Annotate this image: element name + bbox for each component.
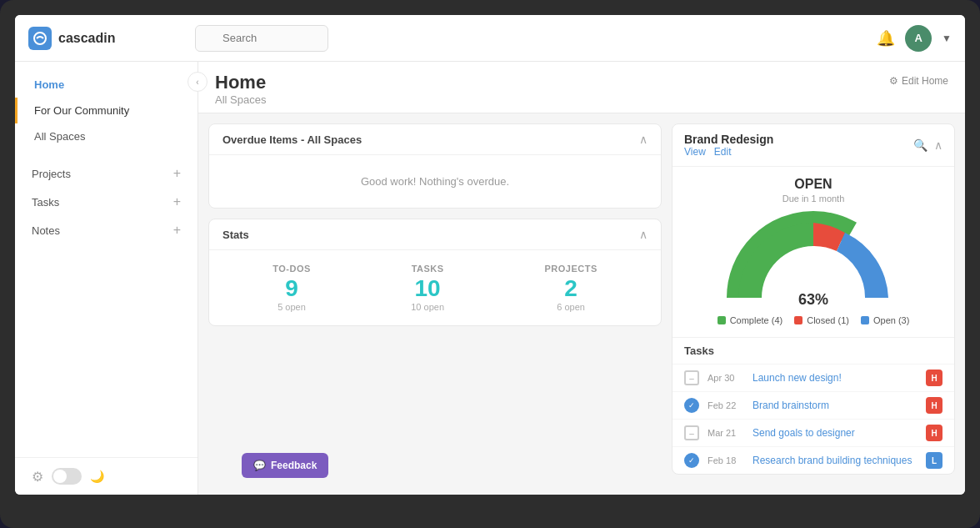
sidebar-section-projects[interactable]: Projects + (15, 159, 198, 188)
task-row: ✓Feb 18Research brand building technique… (672, 446, 954, 474)
gauge-due-label: Due in 1 month (686, 194, 941, 204)
stat-tasks: TASKS 10 10 open (411, 264, 444, 312)
task-name[interactable]: Send goals to designer (752, 427, 918, 439)
edit-home-button[interactable]: ⚙ Edit Home (889, 75, 948, 87)
legend-complete: Complete (4) (718, 315, 783, 325)
notifications-button[interactable]: 🔔 (877, 29, 895, 48)
logo-icon (28, 27, 52, 50)
task-date: Apr 30 (708, 373, 744, 383)
task-row: Mar 21Send goals to designerH (672, 419, 954, 446)
task-status-icon: ✓ (684, 398, 699, 413)
brand-redesign-widget: Brand Redesign View Edit 🔍 ∧ (672, 123, 955, 475)
projects-sub: 6 open (544, 302, 597, 312)
search-input[interactable] (195, 25, 328, 52)
brand-view-link[interactable]: View (684, 146, 706, 158)
stats-collapse-button[interactable]: ∧ (639, 228, 648, 241)
feedback-button[interactable]: 💬 Feedback (242, 453, 328, 478)
stats-widget: Stats ∧ TO-DOS 9 5 open (208, 219, 662, 326)
main-layout: Home For Our Community All Spaces Projec… (15, 62, 965, 495)
overdue-collapse-button[interactable]: ∧ (639, 133, 648, 146)
sidebar-tasks-add-icon[interactable]: + (173, 194, 181, 209)
gauge-legend: Complete (4) Closed (1) Open (3) (686, 310, 941, 330)
sidebar-item-community[interactable]: For Our Community (15, 98, 198, 123)
gauge-status-label: OPEN (686, 177, 941, 192)
settings-icon[interactable]: ⚙ (32, 469, 43, 485)
sidebar-collapse-button[interactable]: ‹ (188, 72, 208, 92)
stat-todos: TO-DOS 9 5 open (272, 264, 311, 312)
legend-closed-label: Closed (1) (807, 315, 849, 325)
brand-widget-header: Brand Redesign View Edit 🔍 ∧ (672, 124, 954, 167)
gear-icon-edit: ⚙ (889, 75, 898, 87)
stats-grid: TO-DOS 9 5 open TASKS 10 10 open (209, 250, 661, 325)
stats-widget-title: Stats (222, 229, 249, 241)
feedback-icon: 💬 (253, 460, 266, 471)
overdue-empty-message: Good work! Nothing's overdue. (209, 155, 661, 208)
left-column: Overdue Items - All Spaces ∧ Good work! … (208, 123, 662, 475)
sidebar-item-home[interactable]: Home (15, 72, 198, 98)
theme-toggle[interactable] (52, 468, 82, 485)
logo-area: cascadin (28, 27, 195, 50)
task-badge: H (926, 425, 942, 441)
search-wrapper: 🔍 (195, 25, 328, 52)
avatar-dropdown-arrow[interactable]: ▼ (942, 33, 952, 44)
task-date: Mar 21 (708, 428, 744, 438)
avatar[interactable]: A (905, 25, 932, 52)
task-badge: L (926, 452, 942, 469)
task-status-icon: ✓ (684, 453, 699, 468)
task-row: ✓Feb 22Brand brainstormH (672, 391, 954, 419)
task-date: Feb 22 (708, 400, 744, 410)
task-name[interactable]: Research brand building techniques (752, 455, 918, 466)
brand-header-left: Brand Redesign View Edit (684, 133, 773, 158)
content-body: Overdue Items - All Spaces ∧ Good work! … (198, 113, 965, 485)
edit-home-label: Edit Home (902, 75, 948, 87)
breadcrumb: All Spaces (215, 93, 266, 106)
legend-complete-label: Complete (4) (730, 315, 783, 325)
gauge-container: OPEN Due in 1 month (672, 167, 954, 337)
brand-search-button[interactable]: 🔍 (913, 138, 928, 152)
stats-widget-header: Stats ∧ (209, 219, 661, 250)
laptop-frame: cascadin 🔍 🔔 A ▼ Home (0, 0, 980, 528)
tasks-label: TASKS (411, 264, 444, 274)
sidebar-notes-add-icon[interactable]: + (173, 223, 181, 238)
gauge-percent: 63% (798, 291, 828, 309)
sidebar-community-label: For Our Community (34, 104, 129, 117)
sidebar-item-all-spaces[interactable]: All Spaces (15, 123, 198, 149)
task-list: Apr 30Launch new design!H✓Feb 22Brand br… (672, 364, 954, 474)
top-bar: cascadin 🔍 🔔 A ▼ (15, 15, 965, 62)
tasks-section: Tasks Apr 30Launch new design!H✓Feb 22Br… (672, 337, 954, 474)
search-bar: 🔍 (195, 25, 362, 52)
task-name[interactable]: Launch new design! (752, 372, 918, 384)
sidebar-section-notes[interactable]: Notes + (15, 216, 198, 244)
tasks-section-header: Tasks (672, 338, 954, 364)
page-heading: Home All Spaces (215, 72, 266, 106)
top-right-actions: 🔔 A ▼ (877, 25, 952, 52)
content-header: Home All Spaces ⚙ Edit Home (198, 62, 965, 113)
sidebar: Home For Our Community All Spaces Projec… (15, 62, 198, 495)
legend-complete-dot (718, 316, 726, 324)
brand-widget-title: Brand Redesign (684, 133, 773, 146)
overdue-widget-title: Overdue Items - All Spaces (222, 133, 362, 146)
task-name[interactable]: Brand brainstorm (752, 400, 918, 411)
brand-header-right: 🔍 ∧ (913, 138, 942, 152)
dark-mode-icon[interactable]: 🌙 (90, 470, 104, 483)
sidebar-projects-label: Projects (32, 168, 71, 180)
brand-links: View Edit (684, 146, 773, 158)
task-date: Feb 18 (708, 455, 744, 465)
task-status-icon (684, 370, 699, 385)
projects-value: 2 (544, 277, 597, 300)
feedback-label: Feedback (271, 460, 317, 471)
stats-widget-actions: ∧ (639, 228, 648, 241)
content-area: Home All Spaces ⚙ Edit Home Ove (198, 62, 965, 495)
todos-sub: 5 open (272, 302, 311, 312)
sidebar-notes-label: Notes (32, 224, 60, 237)
sidebar-projects-add-icon[interactable]: + (173, 166, 181, 181)
legend-closed-dot (794, 316, 802, 324)
tasks-value: 10 (411, 277, 444, 300)
brand-edit-link[interactable]: Edit (714, 146, 732, 158)
sidebar-section-tasks[interactable]: Tasks + (15, 188, 198, 216)
task-badge: H (926, 370, 942, 386)
task-row: Apr 30Launch new design!H (672, 364, 954, 391)
sidebar-nav: Home For Our Community All Spaces Projec… (15, 62, 198, 457)
projects-label: PROJECTS (544, 264, 597, 274)
brand-collapse-button[interactable]: ∧ (934, 138, 942, 152)
